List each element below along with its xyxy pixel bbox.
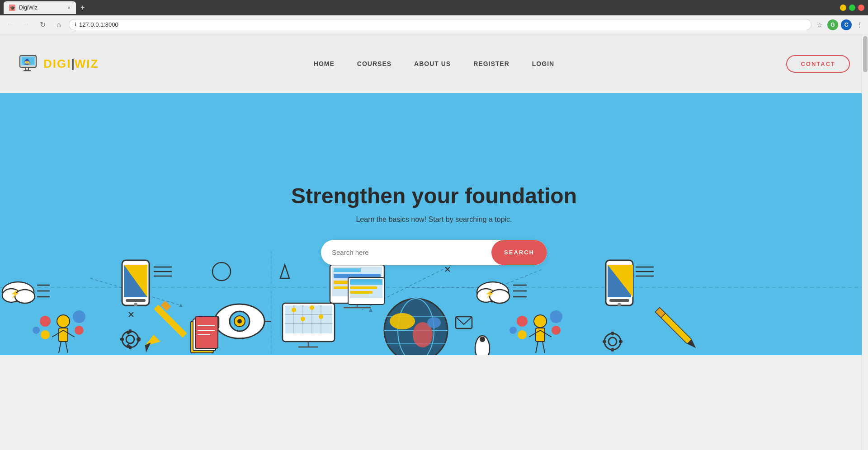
svg-rect-119 [195, 317, 218, 348]
svg-rect-106 [120, 338, 124, 341]
contact-button[interactable]: CONTACT [786, 55, 850, 73]
svg-point-144 [292, 308, 296, 312]
window-controls [840, 5, 864, 11]
svg-point-146 [310, 305, 314, 310]
svg-rect-115 [619, 340, 623, 343]
tab-close-icon[interactable]: × [68, 5, 71, 10]
hero-section: Strengthen your foundation Learn the bas… [0, 93, 868, 355]
logo-text: DIGI|WIZ [43, 57, 99, 71]
logo-icon: 🧙 [18, 52, 42, 75]
close-button[interactable] [858, 5, 864, 11]
svg-point-42 [41, 330, 50, 339]
star-icon[interactable]: ☆ [815, 19, 825, 30]
nav-courses[interactable]: COURSES [357, 60, 392, 67]
refresh-button[interactable]: ↻ [36, 19, 49, 31]
svg-point-145 [301, 317, 305, 321]
svg-point-21 [134, 303, 137, 306]
svg-point-127 [618, 303, 621, 306]
svg-point-147 [319, 314, 323, 319]
svg-point-72 [390, 313, 415, 329]
main-nav: HOME COURSES ABOUT US REGISTER LOGIN [314, 60, 554, 67]
svg-point-35 [57, 315, 70, 328]
svg-text:⚡: ⚡ [485, 289, 495, 299]
site-header: 🧙 DIGI|WIZ HOME COURSES ABOUT US REGISTE… [0, 34, 868, 93]
new-tab-button[interactable]: + [80, 4, 85, 12]
svg-rect-36 [59, 328, 68, 342]
url-text: 127.0.0.1:8000 [79, 21, 118, 28]
svg-point-135 [480, 337, 485, 342]
svg-rect-114 [611, 348, 614, 352]
nav-about-us[interactable]: ABOUT US [414, 60, 451, 67]
browser-tab[interactable]: 🎓 DigiWiz × [4, 1, 76, 14]
svg-point-96 [517, 316, 528, 327]
minimize-button[interactable] [840, 5, 846, 11]
address-bar: ← → ↻ ⌂ ℹ 127.0.0.1:8000 ☆ G C ⋮ [0, 15, 868, 34]
browser-toolbar: ☆ G C ⋮ [815, 19, 864, 30]
home-button[interactable]: ⌂ [52, 19, 65, 31]
svg-rect-58 [334, 268, 361, 272]
hero-illustration: ⚡ [0, 251, 868, 355]
svg-point-97 [518, 330, 527, 339]
svg-point-98 [550, 310, 562, 323]
account-avatar-g[interactable]: G [827, 19, 838, 30]
url-bar[interactable]: ℹ 127.0.0.1:8000 [69, 19, 811, 30]
tab-title: DigiWiz [19, 5, 38, 11]
svg-point-44 [75, 326, 84, 335]
illustration-area: ⚡ [0, 251, 868, 355]
svg-point-41 [40, 316, 51, 327]
nav-login[interactable]: LOGIN [532, 60, 554, 67]
back-button[interactable]: ← [4, 19, 16, 31]
svg-rect-91 [536, 328, 545, 342]
logo[interactable]: 🧙 DIGI|WIZ [18, 52, 99, 75]
svg-rect-116 [603, 340, 606, 343]
svg-point-99 [552, 326, 561, 335]
logo-wiz: WIZ [75, 57, 99, 70]
svg-point-90 [534, 315, 547, 328]
svg-point-100 [509, 327, 517, 334]
svg-point-43 [73, 310, 85, 323]
tab-favicon-icon: 🎓 [9, 5, 15, 11]
svg-rect-66 [350, 295, 368, 297]
hero-title: Strengthen your foundation [291, 183, 577, 208]
svg-rect-63 [350, 279, 382, 285]
account-avatar-c[interactable]: C [841, 19, 852, 30]
lock-icon: ℹ [75, 22, 76, 28]
scrollbar-thumb[interactable] [863, 36, 868, 72]
search-container: SEARCH [321, 240, 547, 265]
svg-rect-64 [350, 286, 377, 289]
scrollbar[interactable] [862, 34, 868, 355]
svg-rect-6 [24, 70, 31, 71]
svg-rect-5 [26, 67, 28, 70]
svg-rect-65 [350, 291, 373, 294]
svg-rect-113 [611, 332, 614, 335]
svg-text:🧙: 🧙 [24, 58, 31, 65]
svg-point-45 [33, 327, 40, 334]
nav-home[interactable]: HOME [314, 60, 335, 67]
svg-point-32 [237, 319, 242, 323]
search-input[interactable] [321, 248, 491, 256]
search-button[interactable]: SEARCH [491, 240, 547, 265]
maximize-button[interactable] [849, 5, 855, 11]
svg-rect-126 [609, 299, 629, 302]
logo-digi: DIGI [43, 57, 71, 70]
svg-rect-20 [126, 299, 146, 302]
svg-text:🎓: 🎓 [10, 5, 15, 11]
logo-separator: | [71, 57, 74, 70]
nav-register[interactable]: REGISTER [473, 60, 509, 67]
hero-subtitle: Learn the basics now! Start by searching… [356, 216, 512, 224]
svg-point-74 [427, 317, 441, 328]
forward-button[interactable]: → [20, 19, 33, 31]
menu-icon[interactable]: ⋮ [854, 19, 864, 30]
browser-chrome: 🎓 DigiWiz × + [0, 0, 868, 15]
svg-text:⚡: ⚡ [10, 289, 20, 299]
